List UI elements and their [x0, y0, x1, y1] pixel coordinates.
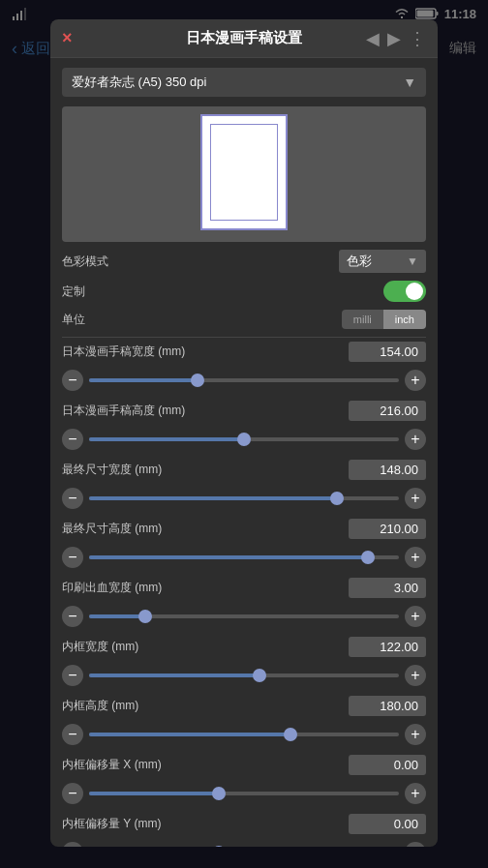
canvas-preview — [62, 106, 426, 242]
custom-toggle[interactable] — [383, 281, 426, 302]
field-row-7: 内框偏移量 X (mm) — [62, 755, 426, 775]
slider-row-8: − + — [62, 842, 426, 847]
dialog-overlay: × 日本漫画手稿设置 ◀ ▶ ⋮ 爱好者杂志 (A5) 350 dpi ▼ 色彩… — [0, 0, 488, 868]
slider-thumb-0 — [191, 374, 204, 387]
next-icon[interactable]: ▶ — [387, 28, 401, 49]
slider-track-6[interactable] — [89, 733, 399, 736]
slider-minus-6[interactable]: − — [62, 724, 83, 745]
slider-fill-3 — [89, 555, 368, 559]
slider-minus-3[interactable]: − — [62, 547, 83, 568]
slider-thumb-6 — [284, 728, 297, 741]
field-value-6[interactable] — [349, 696, 426, 716]
slider-track-2[interactable] — [89, 496, 399, 500]
color-mode-value: 色彩 — [347, 253, 372, 270]
unit-label: 单位 — [62, 312, 342, 328]
slider-fill-7 — [89, 792, 219, 795]
slider-fill-6 — [89, 733, 290, 736]
color-mode-label: 色彩模式 — [62, 254, 339, 270]
slider-plus-0[interactable]: + — [405, 370, 426, 391]
slider-row-6: − + — [62, 724, 426, 745]
slider-minus-2[interactable]: − — [62, 488, 83, 509]
slider-fill-0 — [89, 378, 198, 382]
field-value-2[interactable] — [349, 460, 426, 480]
slider-thumb-2 — [330, 492, 344, 505]
custom-label: 定制 — [62, 284, 383, 300]
field-label-1: 日本漫画手稿高度 (mm) — [62, 403, 349, 419]
unit-inch-button[interactable]: inch — [383, 310, 426, 329]
preset-value: 爱好者杂志 (A5) 350 dpi — [72, 74, 206, 91]
field-row-1: 日本漫画手稿高度 (mm) — [62, 401, 426, 421]
field-label-5: 内框宽度 (mm) — [62, 639, 349, 655]
field-label-0: 日本漫画手稿宽度 (mm) — [62, 344, 349, 360]
toggle-knob — [406, 283, 423, 300]
slider-minus-7[interactable]: − — [62, 783, 83, 804]
slider-row-3: − + — [62, 547, 426, 568]
slider-plus-3[interactable]: + — [405, 547, 426, 568]
color-mode-arrow-icon: ▼ — [407, 254, 418, 268]
unit-mm-button[interactable]: milli — [342, 310, 383, 329]
slider-track-3[interactable] — [89, 555, 399, 559]
field-label-6: 内框高度 (mm) — [62, 698, 349, 714]
slider-minus-4[interactable]: − — [62, 606, 83, 627]
field-value-3[interactable] — [349, 519, 426, 539]
slider-plus-7[interactable]: + — [405, 783, 426, 804]
field-row-6: 内框高度 (mm) — [62, 696, 426, 716]
slider-track-1[interactable] — [89, 437, 399, 441]
slider-plus-1[interactable]: + — [405, 429, 426, 450]
more-icon[interactable]: ⋮ — [409, 28, 426, 49]
slider-row-1: − + — [62, 429, 426, 450]
field-value-0[interactable] — [349, 342, 426, 362]
color-mode-dropdown[interactable]: 色彩 ▼ — [339, 250, 426, 273]
field-row-8: 内框偏移量 Y (mm) — [62, 814, 426, 834]
field-label-3: 最终尺寸高度 (mm) — [62, 521, 349, 537]
slider-thumb-7 — [212, 787, 226, 800]
custom-row: 定制 — [62, 281, 426, 302]
divider-1 — [62, 337, 426, 338]
slider-thumb-5 — [253, 669, 266, 682]
slider-track-7[interactable] — [89, 792, 399, 795]
preset-dropdown[interactable]: 爱好者杂志 (A5) 350 dpi ▼ — [62, 68, 426, 97]
field-row-4: 印刷出血宽度 (mm) — [62, 578, 426, 598]
slider-fill-5 — [89, 673, 259, 677]
unit-row: 单位 milli inch — [62, 310, 426, 329]
preset-arrow-icon: ▼ — [403, 75, 416, 90]
slider-minus-5[interactable]: − — [62, 665, 83, 686]
slider-fill-1 — [89, 437, 244, 441]
field-value-1[interactable] — [349, 401, 426, 421]
slider-row-4: − + — [62, 606, 426, 627]
slider-minus-1[interactable]: − — [62, 429, 83, 450]
dialog-title: 日本漫画手稿设置 — [186, 29, 302, 47]
slider-minus-0[interactable]: − — [62, 370, 83, 391]
prev-icon[interactable]: ◀ — [366, 28, 380, 49]
slider-thumb-3 — [361, 551, 375, 564]
slider-plus-6[interactable]: + — [405, 724, 426, 745]
settings-container: 色彩模式 色彩 ▼ 定制 单位 milli inch — [50, 242, 438, 847]
slider-thumb-1 — [237, 433, 251, 446]
field-label-2: 最终尺寸宽度 (mm) — [62, 462, 349, 478]
field-value-8[interactable] — [349, 814, 426, 834]
field-value-7[interactable] — [349, 755, 426, 775]
field-value-4[interactable] — [349, 578, 426, 598]
unit-toggle[interactable]: milli inch — [342, 310, 426, 329]
slider-track-0[interactable] — [89, 378, 399, 382]
field-row-0: 日本漫画手稿宽度 (mm) — [62, 342, 426, 362]
dialog: × 日本漫画手稿设置 ◀ ▶ ⋮ 爱好者杂志 (A5) 350 dpi ▼ 色彩… — [50, 19, 438, 847]
slider-row-5: − + — [62, 665, 426, 686]
slider-plus-4[interactable]: + — [405, 606, 426, 627]
slider-minus-8[interactable]: − — [62, 842, 83, 847]
slider-row-2: − + — [62, 488, 426, 509]
close-button[interactable]: × — [62, 28, 73, 48]
slider-thumb-4 — [138, 610, 152, 623]
slider-fill-4 — [89, 614, 145, 618]
slider-plus-2[interactable]: + — [405, 488, 426, 509]
field-label-8: 内框偏移量 Y (mm) — [62, 816, 349, 832]
slider-thumb-8 — [212, 846, 226, 847]
slider-track-4[interactable] — [89, 614, 399, 618]
slider-row-7: − + — [62, 783, 426, 804]
slider-plus-5[interactable]: + — [405, 665, 426, 686]
field-label-4: 印刷出血宽度 (mm) — [62, 580, 349, 596]
field-row-2: 最终尺寸宽度 (mm) — [62, 460, 426, 480]
field-value-5[interactable] — [349, 637, 426, 657]
slider-track-5[interactable] — [89, 673, 399, 677]
slider-plus-8[interactable]: + — [405, 842, 426, 847]
